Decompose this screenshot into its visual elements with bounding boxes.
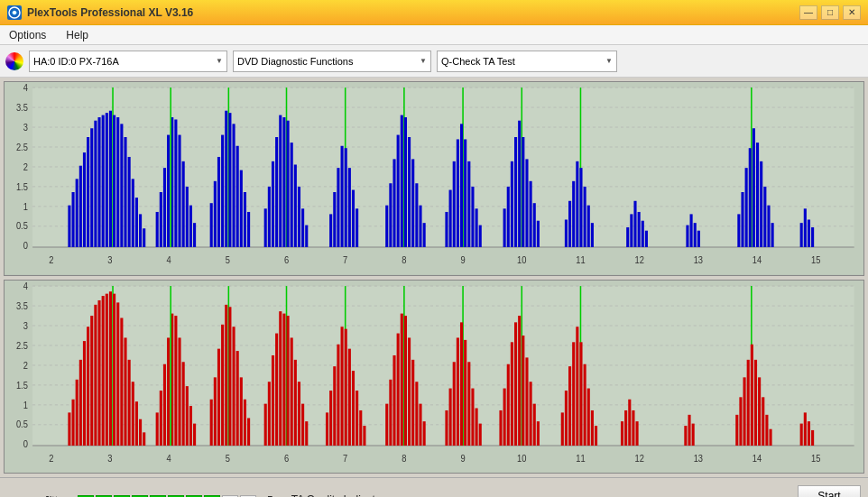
svg-rect-241 bbox=[214, 377, 217, 446]
svg-rect-225 bbox=[135, 401, 138, 446]
svg-rect-128 bbox=[507, 187, 510, 247]
svg-rect-248 bbox=[236, 351, 239, 446]
svg-rect-126 bbox=[479, 225, 482, 247]
svg-rect-310 bbox=[533, 403, 536, 445]
plextools-icon bbox=[5, 52, 23, 70]
svg-rect-271 bbox=[345, 328, 347, 445]
svg-rect-260 bbox=[291, 337, 293, 446]
svg-rect-146 bbox=[591, 223, 594, 247]
svg-rect-170 bbox=[808, 220, 810, 248]
svg-rect-121 bbox=[460, 124, 463, 247]
svg-rect-288 bbox=[423, 421, 426, 446]
svg-text:3: 3 bbox=[23, 319, 28, 330]
maximize-button[interactable]: □ bbox=[821, 5, 839, 20]
close-button[interactable]: ✕ bbox=[843, 5, 861, 20]
svg-rect-209 bbox=[79, 359, 82, 445]
bottom-panel: Jitter: 5 Peak Shift: 4 TA Quality Indic… bbox=[0, 477, 868, 497]
svg-rect-122 bbox=[464, 139, 466, 247]
svg-rect-57 bbox=[143, 228, 145, 247]
svg-rect-103 bbox=[356, 208, 358, 247]
svg-rect-219 bbox=[113, 293, 115, 445]
svg-rect-292 bbox=[457, 337, 459, 446]
function-select[interactable]: DVD Diagnostic Functions ▼ bbox=[233, 51, 431, 72]
svg-rect-91 bbox=[294, 165, 297, 248]
svg-rect-43 bbox=[94, 121, 97, 247]
quality-indicator-label: TA Quality Indicator: bbox=[291, 493, 388, 497]
svg-rect-332 bbox=[739, 397, 742, 446]
svg-text:5: 5 bbox=[226, 255, 230, 266]
svg-rect-74 bbox=[225, 111, 227, 247]
svg-rect-210 bbox=[83, 341, 86, 446]
svg-rect-252 bbox=[264, 403, 267, 445]
svg-text:1: 1 bbox=[23, 201, 28, 212]
jitter-row: Jitter: 5 bbox=[7, 494, 273, 498]
svg-rect-255 bbox=[275, 333, 278, 445]
svg-rect-135 bbox=[530, 181, 532, 247]
svg-rect-226 bbox=[139, 419, 142, 445]
svg-rect-69 bbox=[193, 223, 196, 247]
svg-rect-235 bbox=[178, 337, 180, 446]
svg-rect-64 bbox=[174, 119, 177, 247]
svg-rect-272 bbox=[348, 348, 351, 445]
svg-rect-281 bbox=[401, 313, 403, 445]
svg-text:9: 9 bbox=[460, 255, 465, 266]
svg-rect-117 bbox=[449, 190, 452, 247]
svg-rect-77 bbox=[232, 124, 235, 247]
svg-text:6: 6 bbox=[284, 255, 289, 266]
svg-rect-264 bbox=[305, 421, 308, 446]
svg-rect-137 bbox=[537, 221, 540, 247]
svg-text:0.5: 0.5 bbox=[16, 221, 28, 232]
svg-rect-265 bbox=[326, 412, 328, 446]
svg-rect-304 bbox=[514, 322, 517, 446]
svg-text:11: 11 bbox=[576, 453, 586, 464]
svg-rect-152 bbox=[645, 231, 648, 247]
svg-rect-229 bbox=[160, 391, 162, 446]
svg-rect-284 bbox=[408, 337, 411, 446]
svg-rect-216 bbox=[106, 293, 108, 445]
svg-rect-224 bbox=[132, 382, 134, 446]
svg-rect-258 bbox=[282, 313, 285, 445]
svg-rect-60 bbox=[163, 168, 166, 247]
svg-rect-119 bbox=[457, 139, 459, 247]
svg-rect-320 bbox=[587, 388, 590, 445]
svg-text:0: 0 bbox=[23, 438, 28, 449]
svg-rect-329 bbox=[688, 414, 690, 445]
svg-rect-140 bbox=[572, 181, 575, 247]
svg-text:1: 1 bbox=[23, 399, 28, 410]
svg-rect-206 bbox=[68, 412, 70, 446]
svg-rect-289 bbox=[445, 410, 448, 445]
svg-rect-234 bbox=[174, 316, 177, 446]
svg-rect-267 bbox=[333, 366, 336, 446]
svg-rect-263 bbox=[301, 403, 304, 445]
svg-rect-132 bbox=[518, 121, 521, 247]
top-chart: 4 3.5 3 2.5 2 1.5 1 0.5 0 2 3 4 5 6 7 8 … bbox=[4, 81, 864, 276]
svg-rect-51 bbox=[120, 124, 123, 247]
menu-help[interactable]: Help bbox=[60, 27, 94, 43]
svg-rect-338 bbox=[758, 377, 761, 446]
test-select[interactable]: Q-Check TA Test ▼ bbox=[437, 51, 617, 72]
svg-text:2: 2 bbox=[23, 161, 28, 172]
svg-rect-287 bbox=[419, 403, 421, 445]
function-select-value: DVD Diagnostic Functions bbox=[237, 56, 416, 67]
svg-rect-149 bbox=[633, 201, 636, 247]
svg-rect-335 bbox=[747, 359, 750, 445]
svg-rect-221 bbox=[120, 318, 123, 446]
svg-rect-81 bbox=[247, 212, 250, 247]
svg-text:14: 14 bbox=[753, 453, 762, 464]
svg-rect-164 bbox=[760, 161, 762, 247]
svg-text:5: 5 bbox=[226, 453, 230, 464]
test-select-arrow: ▼ bbox=[605, 57, 613, 65]
minimize-button[interactable]: — bbox=[799, 5, 817, 20]
device-select[interactable]: HA:0 ID:0 PX-716A ▼ bbox=[29, 51, 227, 72]
svg-rect-54 bbox=[132, 179, 134, 247]
menu-options[interactable]: Options bbox=[4, 27, 51, 43]
svg-rect-127 bbox=[503, 208, 506, 247]
svg-rect-89 bbox=[287, 121, 290, 247]
svg-rect-158 bbox=[741, 192, 743, 247]
start-button[interactable]: Start bbox=[798, 485, 861, 498]
svg-text:7: 7 bbox=[343, 453, 347, 464]
svg-rect-138 bbox=[565, 220, 568, 248]
start-section: Start i bbox=[798, 485, 861, 498]
menu-bar: Options Help bbox=[0, 25, 868, 45]
main-content: 4 3.5 3 2.5 2 1.5 1 0.5 0 2 3 4 5 6 7 8 … bbox=[0, 78, 868, 477]
